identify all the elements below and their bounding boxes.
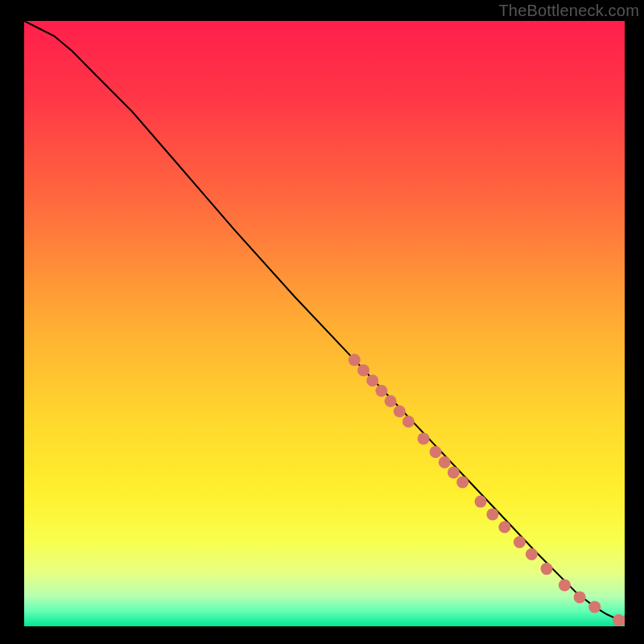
data-point (375, 385, 387, 397)
data-point (486, 508, 498, 520)
data-point (475, 496, 487, 508)
chart-frame: TheBottleneck.com (0, 0, 644, 644)
data-point (498, 521, 510, 533)
plot-svg (24, 21, 625, 626)
data-point (357, 364, 369, 376)
watermark-label: TheBottleneck.com (498, 2, 639, 20)
data-point (439, 456, 451, 469)
data-point (559, 579, 571, 591)
data-point (574, 591, 586, 603)
data-point (456, 477, 469, 489)
data-point (349, 354, 361, 366)
data-point (418, 432, 430, 444)
data-point (385, 395, 397, 407)
data-point (430, 446, 442, 458)
data-point (448, 467, 460, 479)
data-point (588, 601, 601, 613)
data-point (402, 415, 415, 427)
gradient-background (24, 21, 625, 626)
data-point (541, 563, 553, 575)
data-point (514, 536, 526, 548)
plot-area (24, 21, 625, 626)
data-point (526, 548, 538, 560)
data-point (394, 406, 406, 418)
data-point (366, 374, 378, 386)
